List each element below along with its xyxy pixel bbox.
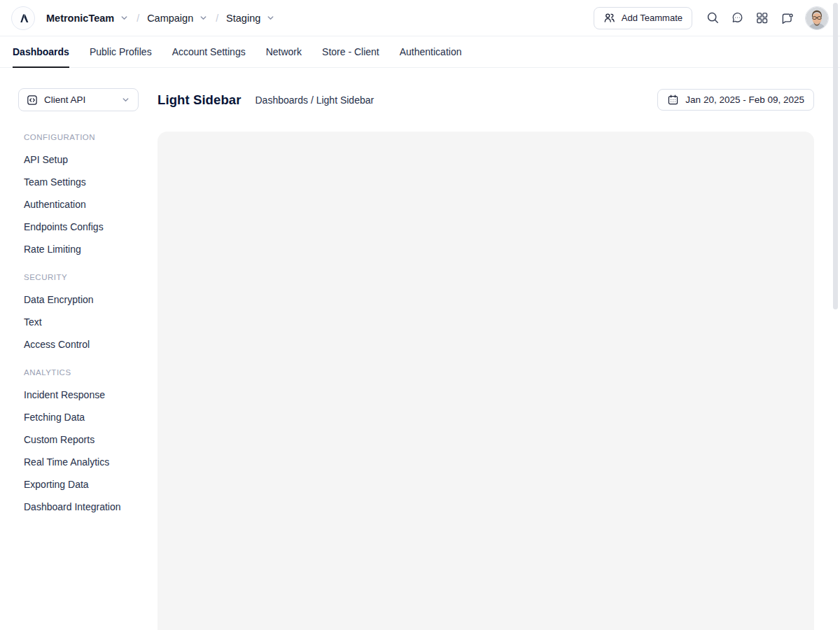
- tab-label: Account Settings: [172, 46, 246, 57]
- sidebar-item-custom-reports[interactable]: Custom Reports: [24, 428, 158, 451]
- code-icon: [27, 94, 38, 106]
- search-button[interactable]: [701, 6, 725, 30]
- section-title: SECURITY: [24, 270, 158, 284]
- chat-button[interactable]: [725, 6, 750, 30]
- chevron-down-icon: [120, 13, 129, 22]
- tab-network[interactable]: Network: [266, 36, 302, 67]
- page-tabs: Dashboards Public Profiles Account Setti…: [0, 36, 840, 68]
- app-logo[interactable]: [11, 6, 35, 30]
- date-range-picker[interactable]: Jan 20, 2025 - Feb 09, 2025: [657, 89, 814, 111]
- breadcrumb-separator: /: [136, 13, 139, 24]
- sidebar-section-analytics: ANALYTICS Incident Response Fetching Dat…: [24, 365, 158, 518]
- metronic-logo-icon: [16, 11, 30, 25]
- apps-button[interactable]: [750, 6, 774, 30]
- chat-icon: [731, 11, 744, 24]
- breadcrumb-campaign-menu[interactable]: Campaign: [147, 13, 208, 24]
- vertical-scrollbar[interactable]: [833, 3, 838, 309]
- section-title: CONFIGURATION: [24, 130, 158, 144]
- breadcrumb-team-label: MetronicTeam: [46, 13, 114, 24]
- sidebar-item-team-settings[interactable]: Team Settings: [24, 171, 158, 193]
- tab-store-client[interactable]: Store - Client: [322, 36, 379, 67]
- tab-label: Dashboards: [13, 46, 69, 57]
- chevron-down-icon: [199, 13, 208, 22]
- breadcrumb-campaign-label: Campaign: [147, 13, 193, 24]
- sidebar-item-data-encryption[interactable]: Data Encryption: [24, 288, 158, 311]
- team-breadcrumb: MetronicTeam / Campaign / Staging: [46, 13, 275, 24]
- sidebar-item-authentication[interactable]: Authentication: [24, 193, 158, 216]
- add-teammate-button[interactable]: Add Teammate: [594, 7, 692, 29]
- search-icon: [706, 11, 720, 24]
- top-header: MetronicTeam / Campaign / Staging Add Te…: [0, 0, 840, 36]
- tab-public-profiles[interactable]: Public Profiles: [90, 36, 152, 67]
- tab-label: Network: [266, 46, 302, 57]
- breadcrumb-separator: /: [216, 13, 218, 24]
- tab-label: Store - Client: [322, 46, 379, 57]
- breadcrumb-team-menu[interactable]: MetronicTeam: [46, 13, 129, 24]
- tab-label: Authentication: [400, 46, 462, 57]
- toolbar-right: Light Sidebar Dashboards / Light Sidebar…: [158, 88, 814, 111]
- tab-dashboards[interactable]: Dashboards: [13, 36, 69, 67]
- tab-authentication[interactable]: Authentication: [400, 36, 462, 67]
- header-actions: Add Teammate: [594, 6, 829, 30]
- sidebar-item-incident-response[interactable]: Incident Response: [24, 384, 158, 406]
- sidebar-item-rate-limiting[interactable]: Rate Limiting: [24, 238, 158, 260]
- notifications-button[interactable]: [774, 6, 799, 30]
- sidebar-section-security: SECURITY Data Encryption Text Access Con…: [24, 270, 158, 356]
- sidebar-item-endpoints-configs[interactable]: Endpoints Configs: [24, 216, 158, 238]
- sidebar-item-access-control[interactable]: Access Control: [24, 333, 158, 356]
- users-icon: [603, 12, 615, 24]
- sidebar-section-configuration: CONFIGURATION API Setup Team Settings Au…: [24, 130, 158, 260]
- calendar-icon: [667, 94, 679, 106]
- sidebar-item-text[interactable]: Text: [24, 311, 158, 333]
- breadcrumb-environment-label: Staging: [226, 13, 260, 24]
- main-content: Client API Light Sidebar Dashboards / Li…: [0, 68, 840, 630]
- flag-badge-icon: [780, 11, 794, 25]
- sidebar-item-exporting-data[interactable]: Exporting Data: [24, 473, 158, 496]
- section-title: ANALYTICS: [24, 365, 158, 379]
- view-select[interactable]: Client API: [18, 88, 139, 111]
- page-heading: Light Sidebar Dashboards / Light Sidebar: [158, 92, 374, 108]
- sidebar-item-fetching-data[interactable]: Fetching Data: [24, 406, 158, 428]
- date-range-value: Jan 20, 2025 - Feb 09, 2025: [685, 94, 804, 105]
- add-teammate-label: Add Teammate: [622, 13, 682, 23]
- chevron-down-icon: [266, 13, 275, 22]
- sidebar-item-dashboard-integration[interactable]: Dashboard Integration: [24, 496, 158, 518]
- page-breadcrumb: Dashboards / Light Sidebar: [255, 94, 374, 106]
- tab-account-settings[interactable]: Account Settings: [172, 36, 246, 67]
- content-placeholder-panel: [158, 132, 814, 630]
- sidebar-item-api-setup[interactable]: API Setup: [24, 148, 158, 171]
- user-avatar[interactable]: [805, 6, 829, 30]
- chevron-down-icon: [121, 95, 130, 104]
- view-select-value: Client API: [44, 94, 85, 105]
- page-title: Light Sidebar: [158, 92, 241, 108]
- sidebar-item-real-time-analytics[interactable]: Real Time Analytics: [24, 451, 158, 473]
- settings-sidebar: CONFIGURATION API Setup Team Settings Au…: [18, 130, 158, 630]
- tab-label: Public Profiles: [90, 46, 152, 57]
- apps-grid-icon: [755, 11, 769, 24]
- avatar-photo: [806, 7, 828, 29]
- toolbar-left: Client API: [18, 88, 158, 111]
- breadcrumb-environment-menu[interactable]: Staging: [226, 13, 275, 24]
